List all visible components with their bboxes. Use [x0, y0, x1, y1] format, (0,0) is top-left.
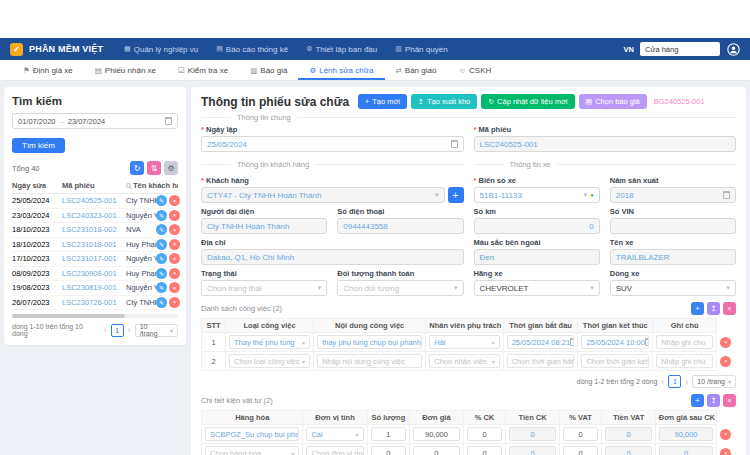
- list-item[interactable]: 17/10/2023LSC231017-001Nguyễn Văn C✎×: [12, 252, 178, 267]
- tab-kiem-tra-xe[interactable]: ☑Kiểm tra xe: [167, 60, 239, 80]
- delete-row-button[interactable]: ×: [169, 195, 180, 206]
- job-start-input[interactable]: Chọn thời gian bắt đ...: [507, 354, 575, 368]
- job-end-input[interactable]: Chọn thời gian kết th...: [581, 354, 649, 368]
- list-item[interactable]: 26/07/2023LSC230726-001Cty TNHH Hoà✎×: [12, 296, 178, 311]
- job-type-select[interactable]: Thay thế phụ tùng▾: [229, 335, 310, 349]
- customer-select[interactable]: CTY47 - Cty TNHH Hoàn Thành▾: [201, 187, 445, 203]
- delete-row-button[interactable]: ×: [169, 268, 180, 279]
- date-to[interactable]: 23/07/2024: [68, 117, 106, 126]
- tab-lenh-sua-chua[interactable]: ⚙Lệnh sửa chữa: [298, 60, 384, 80]
- edit-row-button[interactable]: ✎: [156, 268, 167, 279]
- list-item[interactable]: 18/10/2023LSC231018-001Huy Phạm✎×: [12, 238, 178, 253]
- edit-row-button[interactable]: ✎: [156, 253, 167, 264]
- create-button[interactable]: +Tạo mới: [358, 94, 407, 109]
- created-date-input[interactable]: 25/05/2024: [201, 136, 464, 152]
- delete-job-button[interactable]: ×: [720, 337, 731, 348]
- update-button[interactable]: ↻Cập nhật dữ liệu mới: [481, 94, 574, 109]
- payer-select[interactable]: Chọn đối tượng▾: [337, 280, 463, 296]
- product-select[interactable]: SCBPGZ_Su chụp bụi phanh Getz▾: [205, 427, 299, 441]
- job-type-select[interactable]: Chọn loại công việc▾: [229, 354, 310, 368]
- add-customer-button[interactable]: +: [448, 187, 464, 203]
- plate-select[interactable]: 51B1-11133▾●: [474, 187, 600, 203]
- product-select[interactable]: Chọn hàng hóa▾: [205, 446, 299, 455]
- qty-input[interactable]: 0: [371, 446, 407, 455]
- brand-select[interactable]: CHEVROLET▾: [474, 280, 600, 296]
- delete-row-button[interactable]: ×: [169, 224, 180, 235]
- model-select[interactable]: SUV▾: [610, 280, 736, 296]
- horizontal-scrollbar[interactable]: [12, 314, 178, 318]
- status-select[interactable]: Chọn trạng thái▾: [201, 280, 327, 296]
- settings-button[interactable]: ⚙: [164, 161, 178, 175]
- list-item[interactable]: 19/08/2023LSC230819-001Nguyễn Văn C✎×: [12, 281, 178, 296]
- edit-row-button[interactable]: ✎: [156, 282, 167, 293]
- delete-material-button[interactable]: ×: [720, 448, 731, 455]
- qty-input[interactable]: 1: [371, 427, 407, 441]
- price-input[interactable]: 90,000: [413, 427, 459, 441]
- list-item[interactable]: 08/09/2023LSC230908-001Huy Phạm✎×: [12, 267, 178, 282]
- tab-dinh-gia-xe[interactable]: ⚑Định giá xe: [12, 60, 84, 80]
- edit-row-button[interactable]: ✎: [156, 210, 167, 221]
- menu-business[interactable]: ▦Quản lý nghiệp vụ: [124, 45, 198, 54]
- prev-page-button[interactable]: ‹: [104, 325, 107, 335]
- refresh-button[interactable]: ↻: [130, 161, 144, 175]
- job-content-input[interactable]: thay phụ tùng chụp bụi phanh: [317, 335, 422, 349]
- next-page-button[interactable]: ›: [685, 377, 688, 387]
- list-item[interactable]: 25/05/2024LSC240525-001Cty TNHH Hoà✎×: [12, 194, 178, 209]
- delete-material-button[interactable]: ×: [720, 429, 731, 440]
- current-page[interactable]: 1: [668, 375, 681, 388]
- tab-ban-giao[interactable]: ⇄Bàn giao: [385, 60, 448, 80]
- job-staff-select[interactable]: Hải▾: [429, 335, 499, 349]
- menu-permissions[interactable]: ▥Phân quyền: [395, 45, 447, 54]
- edit-row-button[interactable]: ✎: [156, 239, 167, 250]
- clear-jobs-button[interactable]: ×: [723, 302, 736, 315]
- choose-quote-button[interactable]: ▤Chọn báo giá: [579, 94, 647, 109]
- job-start-input[interactable]: 25/05/2024 08:21: [507, 335, 575, 349]
- delete-job-button[interactable]: ×: [720, 356, 731, 367]
- edit-row-button[interactable]: ✎: [156, 195, 167, 206]
- edit-row-button[interactable]: ✎: [156, 297, 167, 308]
- delete-row-button[interactable]: ×: [169, 282, 180, 293]
- list-item[interactable]: 23/03/2024LSC240323-001Nguyễn Văn C✎×: [12, 209, 178, 224]
- next-page-button[interactable]: ›: [128, 325, 131, 335]
- job-end-input[interactable]: 25/05/2024 10:00: [581, 335, 649, 349]
- edit-row-button[interactable]: ✎: [156, 224, 167, 235]
- page-size-select[interactable]: 10 /trang▾: [135, 324, 178, 337]
- language-label[interactable]: VN: [624, 45, 634, 54]
- delete-row-button[interactable]: ×: [169, 253, 180, 264]
- delete-row-button[interactable]: ×: [169, 210, 180, 221]
- current-page[interactable]: 1: [111, 324, 124, 337]
- create-export-button[interactable]: ↥Tạo xuất kho: [411, 94, 477, 109]
- add-material-button[interactable]: +: [691, 394, 704, 407]
- vat-pct-input[interactable]: 0: [563, 427, 599, 441]
- search-button[interactable]: Tìm kiếm: [12, 138, 65, 153]
- unit-select[interactable]: Chọn đơn vị tính▾: [306, 446, 363, 455]
- job-note-input[interactable]: Nhập ghi chú: [656, 335, 713, 349]
- job-note-input[interactable]: Nhập ghi chú: [656, 354, 713, 368]
- date-range-picker[interactable]: 01/07/2020 – 23/07/2024: [12, 113, 178, 129]
- add-job-button[interactable]: +: [691, 302, 704, 315]
- date-from[interactable]: 01/07/2020: [18, 117, 56, 126]
- job-staff-select[interactable]: Chọn nhân viên▾: [429, 354, 499, 368]
- vat-pct-input[interactable]: 0: [563, 446, 599, 455]
- delete-row-button[interactable]: ×: [169, 239, 180, 250]
- list-item[interactable]: 18/10/2023LSC231018-002NVA✎×: [12, 223, 178, 238]
- clear-materials-button[interactable]: ×: [723, 394, 736, 407]
- page-size-select[interactable]: 10 /trang▾: [692, 375, 736, 388]
- search-icon[interactable]: [126, 183, 131, 188]
- column-toggle-button[interactable]: ⇅: [147, 161, 161, 175]
- store-input[interactable]: [640, 42, 720, 56]
- scrollbar-thumb[interactable]: [12, 314, 125, 318]
- tab-cskh[interactable]: ☺CSKH: [447, 60, 502, 80]
- import-materials-button[interactable]: ↥: [707, 394, 720, 407]
- tab-bao-gia[interactable]: ▥Báo giá: [239, 60, 298, 80]
- tab-phieu-nhan-xe[interactable]: ▤Phiếu nhận xe: [84, 60, 167, 80]
- ck-pct-input[interactable]: 0: [467, 427, 503, 441]
- delete-row-button[interactable]: ×: [169, 297, 180, 308]
- ck-pct-input[interactable]: 0: [467, 446, 503, 455]
- job-content-input[interactable]: Nhập nội dung công việc: [317, 354, 422, 368]
- menu-setup[interactable]: ⚙Thiết lập ban đầu: [306, 45, 377, 54]
- unit-select[interactable]: Cái▾: [306, 427, 363, 441]
- prev-page-button[interactable]: ‹: [661, 377, 664, 387]
- import-jobs-button[interactable]: ↥: [707, 302, 720, 315]
- price-input[interactable]: 0: [413, 446, 459, 455]
